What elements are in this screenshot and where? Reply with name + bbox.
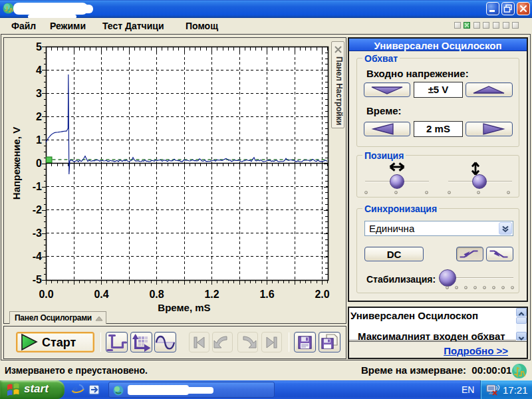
- svg-text:2.0: 2.0: [315, 289, 329, 300]
- svg-text:1.6: 1.6: [259, 289, 274, 300]
- svg-text:2: 2: [36, 111, 42, 122]
- svg-text:e: e: [72, 382, 78, 396]
- svg-text:1: 1: [36, 134, 42, 146]
- svg-text:4: 4: [36, 65, 42, 76]
- svg-text:5: 5: [36, 41, 42, 53]
- svg-text:-2: -2: [33, 204, 42, 215]
- svg-text:0.0: 0.0: [39, 289, 53, 300]
- svg-text:0: 0: [36, 158, 42, 169]
- svg-text:-5: -5: [33, 274, 42, 285]
- svg-text:-3: -3: [33, 227, 42, 239]
- svg-text:Напрежение, V: Напрежение, V: [11, 127, 22, 200]
- svg-text:1.2: 1.2: [204, 289, 219, 300]
- svg-text:0.8: 0.8: [149, 289, 164, 300]
- svg-text:3: 3: [36, 88, 42, 99]
- svg-text:Време, mS: Време, mS: [158, 302, 210, 313]
- svg-text:-4: -4: [33, 251, 42, 262]
- svg-text:-1: -1: [33, 181, 42, 192]
- svg-text:0.4: 0.4: [94, 289, 108, 300]
